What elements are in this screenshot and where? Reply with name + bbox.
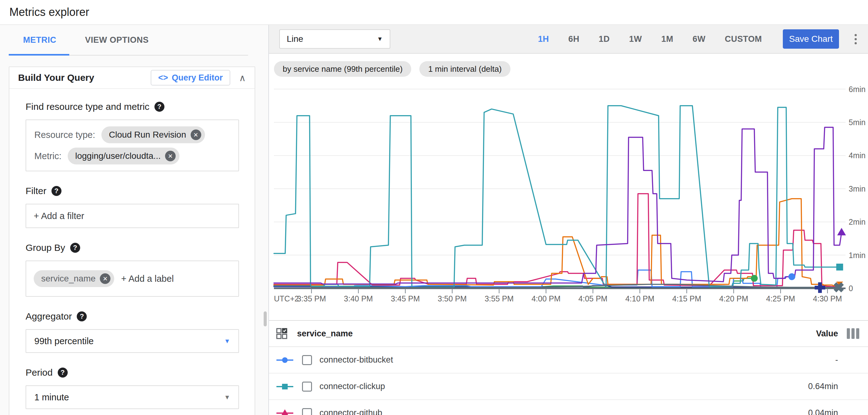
timeseries-chart[interactable]: 01min2min3min4min5min6minUTC+23:35 PM3:4…: [269, 80, 868, 320]
service-name-column-header[interactable]: service_name: [297, 329, 353, 339]
app-header: Metrics explorer: [0, 0, 868, 25]
svg-text:4:10 PM: 4:10 PM: [625, 294, 654, 303]
add-label-placeholder: + Add a label: [121, 274, 174, 284]
time-range-custom[interactable]: CUSTOM: [725, 34, 762, 44]
select-series-grid-icon[interactable]: [276, 328, 288, 340]
series-legend-mark: [276, 355, 294, 365]
svg-text:4min: 4min: [849, 151, 866, 160]
period-label: Period: [26, 367, 53, 378]
panel-tabs: METRIC VIEW OPTIONS: [0, 25, 268, 56]
help-icon[interactable]: ?: [52, 186, 61, 196]
svg-text:UTC+2: UTC+2: [274, 294, 299, 303]
collapse-card-icon[interactable]: ∧: [239, 72, 246, 83]
svg-text:3:50 PM: 3:50 PM: [438, 294, 467, 303]
svg-text:3:40 PM: 3:40 PM: [344, 294, 373, 303]
svg-text:3:35 PM: 3:35 PM: [297, 294, 326, 303]
panel-resize-handle[interactable]: [264, 311, 267, 326]
series-table-header: service_name Value: [269, 321, 868, 347]
add-filter-input[interactable]: + Add a filter: [26, 204, 239, 228]
save-chart-button[interactable]: Save Chart: [783, 29, 839, 49]
table-row: connector-github0.04min: [269, 400, 868, 415]
series-checkbox[interactable]: [302, 382, 312, 392]
svg-text:3:45 PM: 3:45 PM: [391, 294, 420, 303]
time-range-1w[interactable]: 1W: [629, 34, 642, 44]
help-icon[interactable]: ?: [70, 243, 80, 253]
resource-type-chip-label: Cloud Run Revision: [109, 130, 186, 140]
remove-group-by-icon[interactable]: ✕: [100, 273, 111, 284]
metrics-explorer-page: Metrics explorer METRIC VIEW OPTIONS Bui…: [0, 0, 868, 415]
series-checkbox[interactable]: [302, 355, 312, 365]
remove-metric-icon[interactable]: ✕: [165, 151, 176, 161]
column-settings-icon[interactable]: [847, 328, 859, 339]
chart-config-chip[interactable]: 1 min interval (delta): [419, 61, 510, 77]
remove-resource-type-icon[interactable]: ✕: [191, 129, 201, 140]
chart-panel: Line ▼ 1H6H1D1W1M6WCUSTOM Save Chart by …: [269, 25, 868, 415]
time-range-1h[interactable]: 1H: [538, 34, 549, 44]
series-table-body: connector-bitbucket-connector-clickup0.6…: [269, 347, 868, 415]
svg-text:3:55 PM: 3:55 PM: [485, 294, 514, 303]
svg-text:0: 0: [849, 284, 853, 293]
time-range-6w[interactable]: 6W: [693, 34, 706, 44]
main-split: METRIC VIEW OPTIONS Build Your Query <> …: [0, 25, 868, 415]
chart-svg[interactable]: 01min2min3min4min5min6minUTC+23:35 PM3:4…: [269, 80, 868, 320]
svg-text:5min: 5min: [849, 118, 866, 127]
svg-text:4:00 PM: 4:00 PM: [531, 294, 560, 303]
aggregator-value: 99th percentile: [34, 336, 94, 346]
time-range-1m[interactable]: 1M: [661, 34, 673, 44]
filter-label: Filter: [26, 186, 46, 196]
series-checkbox[interactable]: [302, 408, 312, 415]
svg-text:4:25 PM: 4:25 PM: [766, 294, 795, 303]
tab-view-options[interactable]: VIEW OPTIONS: [71, 25, 163, 55]
query-editor-button[interactable]: <> Query Editor: [151, 70, 230, 86]
time-range-1d[interactable]: 1D: [599, 34, 610, 44]
aggregator-select[interactable]: 99th percentile ▼: [26, 329, 239, 353]
query-panel: METRIC VIEW OPTIONS Build Your Query <> …: [0, 25, 269, 415]
chart-type-value: Line: [287, 34, 303, 44]
period-select[interactable]: 1 minute ▼: [26, 385, 239, 409]
group-by-label: Group By: [26, 243, 65, 253]
svg-text:6min: 6min: [849, 85, 866, 94]
service-name-cell: connector-bitbucket: [319, 355, 393, 365]
value-cell: 0.64min: [769, 382, 838, 391]
dropdown-arrow-icon: ▼: [224, 394, 230, 401]
aggregator-label: Aggregator: [26, 311, 72, 322]
svg-text:4:30 PM: 4:30 PM: [813, 294, 842, 303]
series-legend-mark: [276, 408, 294, 415]
add-filter-placeholder: + Add a filter: [34, 211, 84, 221]
metric-label: Metric:: [34, 151, 61, 161]
group-by-box[interactable]: service_name ✕ + Add a label: [26, 260, 239, 297]
resource-type-label: Resource type:: [34, 130, 95, 140]
svg-text:2min: 2min: [849, 218, 866, 226]
tab-metric[interactable]: METRIC: [9, 25, 71, 55]
time-range-group: 1H6H1D1W1M6WCUSTOM: [528, 34, 772, 44]
chart-type-select[interactable]: Line ▼: [279, 29, 390, 49]
help-icon[interactable]: ?: [58, 368, 68, 378]
service-name-cell: connector-github: [319, 408, 382, 415]
time-range-6h[interactable]: 6H: [568, 34, 579, 44]
value-cell: 0.04min: [769, 408, 838, 415]
help-icon[interactable]: ?: [77, 311, 87, 321]
resource-metric-box[interactable]: Resource type: Cloud Run Revision ✕ Metr…: [26, 120, 239, 171]
chart-toolbar: Line ▼ 1H6H1D1W1M6WCUSTOM Save Chart: [269, 25, 868, 54]
more-options-icon[interactable]: [853, 32, 859, 46]
code-icon: <>: [158, 73, 168, 83]
group-by-chip-label: service_name: [41, 274, 95, 284]
help-icon[interactable]: ?: [154, 102, 164, 112]
build-query-card: Build Your Query <> Query Editor ∧ Find …: [9, 66, 255, 415]
value-column-header[interactable]: Value: [769, 329, 838, 339]
value-cell: -: [769, 355, 838, 365]
chart-config-chips: by service name (99th percentile)1 min i…: [269, 54, 868, 80]
svg-text:1min: 1min: [849, 251, 866, 260]
page-title: Metrics explorer: [9, 6, 89, 19]
metric-chip[interactable]: logging/user/cloudta... ✕: [68, 148, 179, 164]
group-by-chip[interactable]: service_name ✕: [34, 270, 114, 287]
svg-text:4:15 PM: 4:15 PM: [672, 294, 702, 303]
svg-text:3min: 3min: [849, 184, 866, 193]
svg-text:4:20 PM: 4:20 PM: [719, 294, 748, 303]
chart-config-chip[interactable]: by service name (99th percentile): [274, 61, 411, 77]
period-value: 1 minute: [34, 392, 69, 403]
resource-type-chip[interactable]: Cloud Run Revision ✕: [101, 126, 205, 143]
dropdown-arrow-icon: ▼: [377, 36, 383, 42]
series-table: service_name Value connector-bitbucket-c…: [269, 320, 868, 415]
table-row: connector-clickup0.64min: [269, 374, 868, 400]
